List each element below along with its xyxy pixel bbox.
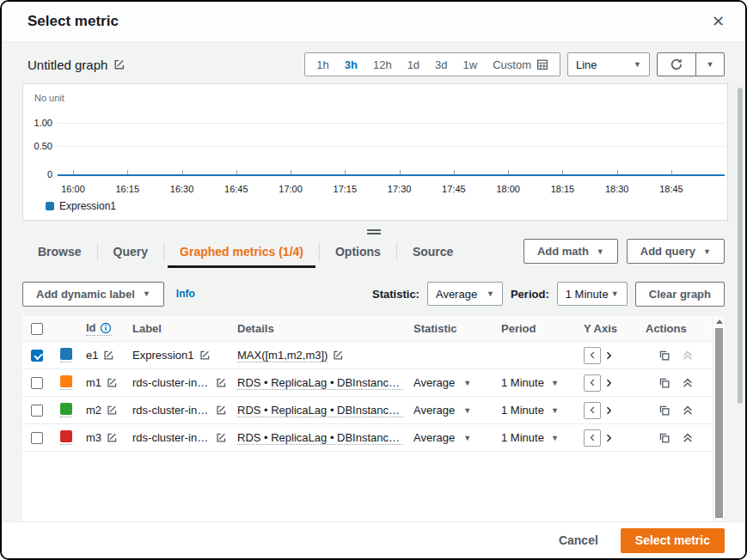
color-swatch[interactable] [60,403,72,417]
tab-options[interactable]: Options [320,237,396,266]
edit-label-icon[interactable] [216,432,227,443]
y-axis-right-toggle[interactable] [603,433,614,443]
x-tick-mark [236,170,237,174]
tab-graphed-metrics[interactable]: Graphed metrics (1/4) [164,237,319,266]
metric-details[interactable]: MAX([m1,m2,m3]) [237,349,328,362]
metric-id: m3 [86,431,101,444]
x-tick-mark [454,170,455,174]
metric-label: rds-cluster-ins... [132,404,211,417]
select-metric-button[interactable]: Select metric [621,528,725,553]
range-12h[interactable]: 12h [365,58,400,71]
metric-chart: No unit 1.00 0.50 0 16:0016:1516:3016:45… [22,83,728,221]
statistic-select[interactable]: Average ▼ [427,282,503,306]
id-header-text: Id [86,321,96,334]
custom-label: Custom [493,58,531,71]
row-statistic-select[interactable]: Average [413,404,455,417]
tab-source[interactable]: Source [397,237,468,266]
metric-details-link[interactable]: RDS • ReplicaLag • DBInstanceIde... [237,404,403,417]
y-axis-left-toggle[interactable] [584,402,601,419]
period-label: Period: [511,288,549,301]
x-tick-mark [127,170,128,174]
cancel-button[interactable]: Cancel [559,533,598,547]
move-up-icon[interactable] [682,350,694,362]
x-tick-label: 17:30 [388,184,412,194]
y-axis-left-toggle[interactable] [584,374,601,392]
info-link[interactable]: Info [176,288,195,300]
edit-label-icon[interactable] [216,377,227,388]
move-up-icon[interactable] [682,377,694,389]
chevron-down-icon: ▼ [703,247,711,256]
edit-details-icon[interactable] [333,350,344,361]
y-axis-right-toggle[interactable] [603,405,614,416]
metric-details-link[interactable]: RDS • ReplicaLag • DBInstanceIde... [237,431,403,445]
graph-title: Untitled graph [28,58,107,72]
x-tick-label: 18:00 [496,184,520,194]
range-1d[interactable]: 1d [400,58,427,71]
select-all-checkbox[interactable] [31,323,43,335]
y-axis-right-toggle[interactable] [603,350,614,361]
y-axis-left-toggle[interactable] [584,347,601,364]
refresh-options-button[interactable]: ▼ [695,53,724,76]
move-up-icon[interactable] [682,405,694,417]
clear-graph-button[interactable]: Clear graph [635,282,725,307]
y-axis-right-toggle[interactable] [603,378,614,388]
row-period-select[interactable]: 1 Minute [501,431,544,444]
x-tick-mark [671,170,672,174]
edit-graph-title-icon[interactable] [113,58,126,70]
duplicate-icon[interactable] [658,377,670,389]
period-select[interactable]: 1 Minute ▼ [557,282,628,306]
duplicate-icon[interactable] [658,405,670,417]
edit-label-icon[interactable] [216,405,227,416]
color-swatch[interactable] [60,348,72,362]
y-axis-left-toggle[interactable] [584,429,601,447]
chevron-down-icon: ▼ [487,289,494,298]
add-math-button[interactable]: Add math ▼ [524,239,618,264]
scroll-up-arrow-icon[interactable] [716,320,723,324]
range-1h[interactable]: 1h [309,58,336,71]
row-checkbox[interactable] [31,405,43,417]
edit-id-icon[interactable] [107,377,118,388]
duplicate-icon[interactable] [658,432,670,444]
dialog-scrollbar[interactable] [738,88,743,404]
metric-details-link[interactable]: RDS • ReplicaLag • DBInstanceIde... [237,376,403,390]
chart-legend[interactable]: Expression1 [46,200,116,212]
row-period-select[interactable]: 1 Minute [501,376,544,389]
tab-browse[interactable]: Browse [22,237,97,266]
column-header-statistic: Statistic [408,322,496,335]
y-tick-label: 0 [23,169,52,180]
tab-query[interactable]: Query [98,237,163,266]
add-dynamic-label-button[interactable]: Add dynamic label ▼ [22,282,164,307]
color-swatch[interactable] [60,375,72,390]
metric-label: rds-cluster-ins... [132,431,211,444]
row-checkbox[interactable] [31,432,43,444]
refresh-button[interactable] [658,53,695,76]
panel-resize-handle[interactable] [367,228,381,236]
x-tick-label: 16:45 [224,184,248,194]
edit-id-icon[interactable] [107,432,118,443]
add-query-button[interactable]: Add query ▼ [627,239,725,264]
scrollbar-thumb[interactable] [715,328,723,518]
chart-type-select[interactable]: Line ▼ [567,52,650,76]
edit-id-icon[interactable] [107,405,118,416]
row-statistic-select[interactable]: Average [413,431,455,444]
color-swatch[interactable] [60,430,72,445]
row-checkbox[interactable] [31,350,43,362]
move-up-icon[interactable] [682,432,694,444]
edit-label-icon[interactable] [199,350,211,361]
edit-id-icon[interactable] [103,350,114,361]
range-custom[interactable]: Custom [485,58,556,71]
chevron-down-icon: ▼ [463,406,471,415]
row-checkbox[interactable] [31,377,43,389]
duplicate-icon[interactable] [658,350,670,362]
table-scrollbar[interactable] [713,316,725,521]
close-icon[interactable]: ✕ [712,14,725,29]
add-query-label: Add query [640,245,695,258]
row-statistic-select[interactable]: Average [413,376,455,389]
row-period-select[interactable]: 1 Minute [501,404,544,417]
y-axis-unit-label: No unit [34,93,64,103]
range-1w[interactable]: 1w [456,58,486,71]
x-tick-label: 16:00 [61,184,85,194]
info-icon[interactable] [100,322,112,334]
range-3h[interactable]: 3h [337,58,365,71]
range-3d[interactable]: 3d [427,58,455,71]
